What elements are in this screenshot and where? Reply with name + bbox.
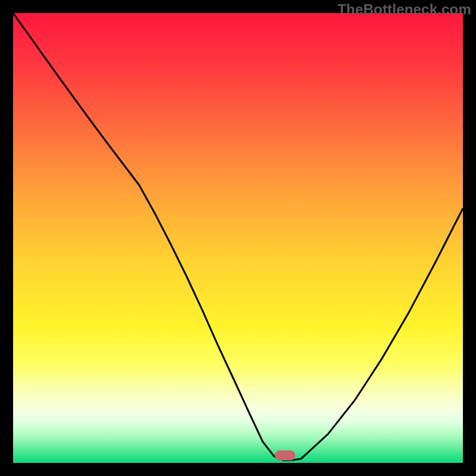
bottleneck-chart — [13, 13, 463, 463]
watermark-text: TheBottleneck.com — [337, 1, 471, 18]
optimal-point-marker — [275, 450, 295, 461]
gradient-background — [13, 13, 463, 463]
chart-frame: TheBottleneck.com — [0, 0, 476, 476]
